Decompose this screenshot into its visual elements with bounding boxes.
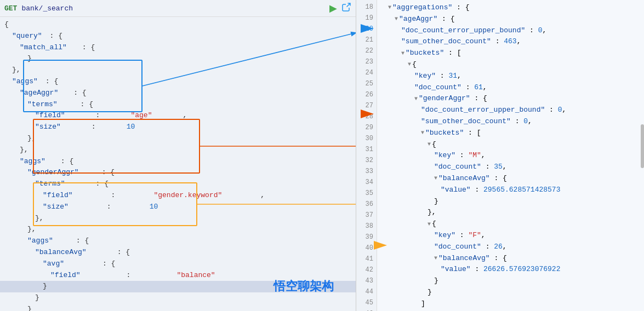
left-code-line: "avg": { — [0, 258, 356, 270]
json-str: "F" — [468, 231, 481, 239]
code-text: { — [432, 139, 436, 151]
json-key: "doc_count" — [434, 243, 481, 251]
json-key: "balanceAvg" — [438, 174, 490, 182]
left-code-line: "terms": { — [0, 178, 356, 190]
left-code-line: } — [0, 304, 356, 311]
right-code-line: "key" : 31, — [377, 71, 644, 82]
json-key: "value" — [441, 265, 471, 273]
json-num: 463 — [504, 37, 516, 45]
left-code-line: "match_all": { — [0, 42, 356, 54]
scrollbar-thumb[interactable] — [641, 124, 644, 168]
right-code-line: ▼"ageAggr" : { — [377, 14, 644, 25]
left-code-line: }, — [0, 65, 356, 76]
collapse-arrow[interactable]: ▼ — [388, 3, 391, 12]
right-code-line: "doc_count" : 61, — [377, 82, 644, 94]
line-number: 29 — [356, 123, 377, 134]
left-code-line: "query": { — [0, 31, 356, 42]
code-text: "balanceAvg" : { — [438, 253, 507, 264]
left-code-line: }, — [0, 224, 356, 235]
collapse-arrow[interactable]: ▼ — [434, 174, 437, 183]
line-number: 46 — [356, 309, 377, 311]
line-number: 31 — [356, 145, 377, 156]
line-number: 39 — [356, 232, 377, 243]
play-button[interactable]: ▶ — [329, 2, 337, 14]
json-num: 26626.576923076922 — [483, 265, 560, 273]
line-number: 43 — [356, 276, 377, 287]
left-code-line: "terms": { — [0, 99, 356, 111]
json-num: 26 — [494, 243, 503, 251]
left-code-line: "aggs": { — [0, 76, 356, 88]
json-key: "ageAggr" — [399, 15, 437, 23]
right-code-line: }, — [377, 207, 644, 218]
json-str: "M" — [468, 151, 481, 159]
code-text: "ageAggr" : { — [399, 14, 454, 25]
left-panel: GET bank/_search ▶ {"query": {"match_all… — [0, 0, 356, 311]
code-text: "value" : 26626.576923076922 — [441, 264, 560, 275]
json-key: "buckets" — [406, 49, 444, 57]
collapse-arrow[interactable]: ▼ — [408, 60, 411, 69]
code-text: }, — [428, 207, 436, 218]
line-number: 35 — [356, 188, 377, 199]
link-button[interactable] — [341, 2, 351, 14]
json-key: "doc_count_error_upper_bound" — [401, 26, 525, 34]
line-number: 30 — [356, 134, 377, 145]
line-number: 22 — [356, 46, 377, 57]
code-text: "doc_count" : 26, — [434, 241, 507, 253]
code-text: "balanceAvg" : { — [438, 173, 507, 185]
collapse-arrow[interactable]: ▼ — [428, 220, 431, 229]
right-code-line: ▼{ — [377, 139, 644, 151]
right-code-line: ▼"genderAggr" : { — [377, 93, 644, 105]
right-code-line: } — [377, 275, 644, 287]
right-code-line: "doc_count_error_upper_bound" : 0, — [377, 105, 644, 116]
code-text: } — [434, 275, 438, 287]
line-number: 25 — [356, 79, 377, 90]
left-code-line: "balanceAvg": { — [0, 247, 356, 258]
line-number: 37 — [356, 210, 377, 221]
left-code-line: } — [0, 53, 356, 65]
line-number: 24 — [356, 68, 377, 79]
toolbar: GET bank/_search ▶ — [0, 0, 356, 17]
left-code-line: "genderAggr": { — [0, 167, 356, 178]
json-num: 35 — [494, 163, 503, 171]
collapse-arrow[interactable]: ▼ — [414, 95, 418, 103]
left-code-line: "aggs": { — [0, 235, 356, 247]
code-text: "doc_count" : 35, — [434, 162, 507, 173]
line-number: 42 — [356, 265, 377, 276]
right-code-line: ▼"buckets" : [ — [377, 48, 644, 59]
line-number: 40 — [356, 243, 377, 254]
left-code-line: { — [0, 19, 356, 31]
code-text: "buckets" : [ — [425, 128, 481, 139]
json-key: "genderAggr" — [419, 94, 470, 102]
json-key: "key" — [414, 72, 436, 80]
code-text: "buckets" : [ — [406, 48, 461, 59]
line-number: 38 — [356, 221, 377, 232]
right-code: ▼"aggregations" : {▼"ageAggr" : {"doc_co… — [377, 0, 644, 311]
right-code-line: ▼{ — [377, 59, 644, 71]
right-code-line: ▼"buckets" : [ — [377, 128, 644, 139]
left-code-line: "size": 10 — [0, 201, 356, 213]
left-code-line: "size": 10 — [0, 122, 356, 133]
line-numbers-area: 1819202122232425262728293031323334353637… — [356, 0, 644, 311]
json-key: "key" — [434, 231, 455, 239]
line-number: 19 — [356, 13, 377, 24]
json-num: 0 — [538, 26, 543, 34]
collapse-arrow[interactable]: ▼ — [395, 15, 398, 24]
code-text: "key" : "F", — [434, 230, 486, 241]
json-key: "doc_count_error_upper_bound" — [421, 106, 545, 114]
collapse-arrow[interactable]: ▼ — [401, 49, 404, 58]
line-number: 33 — [356, 166, 377, 177]
left-code-line: }, — [0, 133, 356, 145]
json-key: "key" — [434, 151, 455, 159]
json-num: 29565.628571428573 — [483, 186, 560, 194]
collapse-arrow[interactable]: ▼ — [421, 129, 424, 137]
right-code-line: ▼"balanceAvg" : { — [377, 173, 644, 185]
right-code-line: "doc_count_error_upper_bound" : 0, — [377, 25, 644, 37]
right-code-line: "value" : 29565.628571428573 — [377, 185, 644, 196]
collapse-arrow[interactable]: ▼ — [428, 140, 431, 149]
line-number: 27 — [356, 101, 377, 112]
right-code-line: } — [377, 196, 644, 208]
left-code-area: {"query": {"match_all": {}},"aggs": {"ag… — [0, 17, 356, 311]
collapse-arrow[interactable]: ▼ — [434, 254, 437, 263]
left-code-line: "ageAggr": { — [0, 88, 356, 99]
line-number: 34 — [356, 177, 377, 188]
